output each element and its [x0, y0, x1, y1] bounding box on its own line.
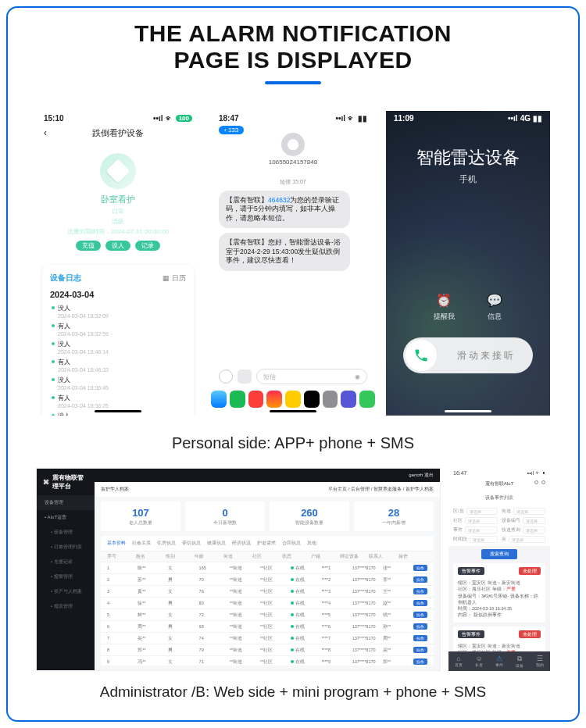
dock-app[interactable] — [341, 391, 356, 408]
tab[interactable]: 护老需求 — [257, 540, 276, 547]
dock-app[interactable] — [248, 391, 264, 408]
tab[interactable]: 其他 — [307, 540, 316, 547]
log-item: 没人2024-03-04 18:32:09 — [50, 304, 186, 319]
battery-indicator: 100 — [176, 115, 192, 122]
user-menu[interactable]: gentzh 退出 — [409, 472, 434, 479]
tab[interactable]: 健康信息 — [207, 540, 226, 547]
status-time: 18:47 — [219, 114, 239, 123]
tabbar-item[interactable]: ⧉设备 — [516, 655, 523, 668]
tabbar-item[interactable]: ⚠事件 — [495, 655, 503, 668]
tabbar-item[interactable]: ⌂首页 — [455, 655, 463, 668]
remind-me-button[interactable]: ⏰提醒我 — [434, 293, 455, 322]
column-header: 绑定设备 — [340, 554, 369, 559]
table-row: 8郑**男79**街道**社区在线****8137****8170吴**操作 — [101, 644, 434, 656]
row-action-button[interactable]: 操作 — [413, 565, 427, 571]
column-header: 街道 — [223, 554, 252, 559]
filter-field[interactable]: 请选择 — [465, 517, 498, 524]
sms-bubble-1: 【震有智联】464632为您的登录验证码，请于5分钟内填写，如非本人操作，请忽略… — [219, 191, 350, 228]
tab[interactable]: 评估信息 — [182, 540, 201, 547]
sender-number: 10655024157848 — [211, 159, 375, 166]
status-bar: 16:47 ••ıl ᯤ ▮ — [448, 468, 550, 478]
tab-icon: ⧉ — [516, 655, 523, 663]
device-name: 卧室看护 — [36, 194, 200, 205]
dock-app[interactable] — [266, 391, 282, 408]
calendar-toggle[interactable]: ▦日历 — [163, 273, 186, 284]
tabbar-item[interactable]: ☰我的 — [536, 655, 544, 668]
row-action-button[interactable]: 操作 — [413, 623, 427, 630]
column-header: 操作 — [398, 554, 427, 559]
pill-people[interactable]: 设人 — [105, 241, 130, 251]
sidebar-item[interactable]: • 报警管理 — [37, 569, 95, 584]
dock-app[interactable] — [211, 391, 227, 408]
sidebar-item[interactable]: • 订单管理列表 — [37, 540, 95, 555]
sidebar-item[interactable]: • AIoT运营 — [37, 510, 95, 525]
sms-bubble-2: 【震有智联】您好，智能雷达设备-浴室于2024-2-29 15:43:00发生疑… — [219, 233, 350, 270]
stat-card: 28一年内新增 — [354, 501, 434, 531]
table-row: 5林**女72**街道**社区在线****5137****8170钱**操作 — [101, 609, 434, 621]
sidebar-item[interactable]: • 充值记录 — [37, 555, 95, 569]
filter-field[interactable]: 请选择 — [523, 517, 546, 524]
filter-field[interactable]: 请选择 — [523, 526, 546, 534]
message-button[interactable]: 💬信息 — [487, 293, 502, 322]
dock-app[interactable] — [359, 391, 375, 408]
tab[interactable]: 合同信息 — [282, 540, 301, 547]
pill-recharge[interactable]: 充值 — [76, 241, 101, 251]
row-action-button[interactable]: 操作 — [413, 576, 427, 583]
table-header-row: 序号姓名性别年龄街道社区状态户籍绑定设备联系人操作 — [101, 551, 434, 562]
filter-field[interactable]: 请选择 — [509, 536, 546, 543]
tab[interactable]: 住房信息 — [157, 540, 176, 547]
verification-code: 464632 — [268, 196, 290, 204]
status-bar: 11:09 ••ıl 4G ▮▮ — [386, 111, 550, 124]
row-action-button[interactable]: 操作 — [413, 588, 427, 594]
sidebar-item[interactable]: • 设备管理 — [37, 525, 95, 540]
row-action-button[interactable]: 操作 — [413, 635, 427, 641]
table-tabs: 基本资料社会关系住房信息评估信息健康信息经济状况护老需求合同信息其他 — [101, 536, 434, 551]
row-action-button[interactable]: 操作 — [413, 600, 427, 606]
message-icon: 💬 — [487, 293, 502, 308]
filter-grid: 区/县请选择街道请选择社区请选择设备编号请选择事件请选择快速查询请选择时间段请选… — [448, 505, 550, 546]
dock-app[interactable] — [304, 391, 320, 408]
sidebar-item[interactable]: • 资产与人档案 — [37, 584, 95, 599]
appstore-icon[interactable] — [238, 369, 252, 384]
pill-records[interactable]: 记录 — [135, 241, 160, 251]
row-action-button[interactable]: 操作 — [413, 658, 427, 665]
messages-back-button[interactable]: ‹ 133 — [219, 126, 244, 134]
camera-icon[interactable] — [219, 369, 233, 384]
tabbar-item[interactable]: ☺长者 — [475, 655, 483, 668]
dock-app[interactable] — [323, 391, 338, 408]
row-action-button[interactable]: 操作 — [413, 647, 427, 653]
caller-name: 智能雷达设备 — [386, 146, 550, 170]
filter-field[interactable]: 请选择 — [470, 536, 498, 543]
event-card[interactable]: 告警事件未处理辖区：宝安区 街道：新安街道社区：海乐社区 等级：严重设备编号：3… — [453, 563, 545, 623]
mic-icon[interactable]: ◉ — [355, 373, 360, 380]
sidebar-header[interactable]: 设备管理 — [37, 495, 95, 510]
tab[interactable]: 社会关系 — [132, 540, 151, 547]
slide-to-answer[interactable]: 滑动来接听 — [403, 337, 533, 373]
dock-app[interactable] — [230, 391, 245, 408]
filter-pair: 至请选择 — [502, 536, 546, 543]
sidebar-item[interactable]: • 报表管理 — [37, 599, 95, 614]
alarm-icon: ⏰ — [434, 293, 455, 308]
calendar-icon: ▦ — [163, 274, 170, 282]
query-button[interactable]: 搜索查询 — [481, 549, 517, 559]
filter-field[interactable]: 请选择 — [465, 526, 498, 534]
tab[interactable]: 基本资料 — [107, 540, 126, 547]
contact-avatar-icon[interactable] — [281, 133, 305, 156]
platform-logo: ⌘震有物联管理平台 — [37, 473, 95, 495]
filter-field[interactable]: 请选择 — [466, 508, 498, 515]
stat-card: 107老人总数量 — [101, 501, 180, 531]
tab[interactable]: 经济状况 — [232, 540, 251, 547]
back-icon[interactable]: ‹ — [44, 127, 47, 138]
status-time: 11:09 — [394, 114, 414, 123]
filter-field[interactable]: 请选择 — [513, 508, 546, 515]
row-action-button[interactable]: 操作 — [413, 612, 427, 618]
filter-pair: 街道请选择 — [502, 508, 546, 515]
tab-icon: ⚠ — [495, 655, 503, 662]
stats-row: 107老人总数量0今日新增数260智能设备数量28一年内新增 — [95, 497, 440, 536]
answer-knob[interactable] — [406, 340, 437, 371]
message-input[interactable]: 短信◉ — [256, 369, 367, 384]
capsule-menu[interactable] — [534, 480, 545, 484]
tab-icon: ☺ — [475, 655, 483, 662]
dock-app[interactable] — [285, 391, 301, 408]
table-row: 6周**男68**街道**社区在线****6137****8170孙**操作 — [101, 621, 434, 633]
